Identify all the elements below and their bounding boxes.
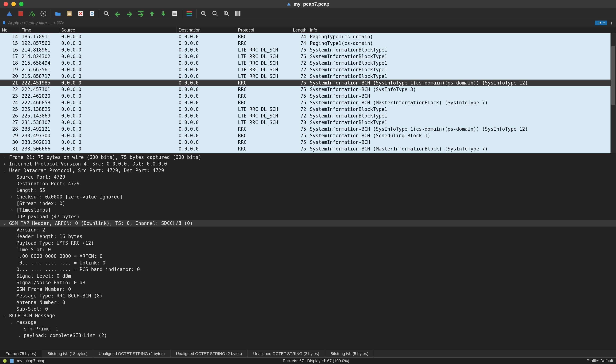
detail-line[interactable]: Sub-Slot: 0 (0, 306, 616, 312)
filter-expression-button[interactable]: ▾ (595, 21, 607, 25)
detail-line[interactable]: Destination Port: 4729 (0, 180, 616, 187)
column-header-time[interactable]: Time (20, 27, 59, 33)
detail-line[interactable]: Antenna Number: 0 (0, 299, 616, 306)
reload-file-button[interactable] (88, 10, 96, 17)
filter-bookmark-icon[interactable] (1, 20, 7, 26)
detail-line[interactable]: Signal Level: 0 dBm (0, 273, 616, 279)
go-to-packet-button[interactable] (137, 10, 144, 17)
zoom-out-button[interactable] (211, 10, 219, 17)
packet-row[interactable]: 24222.4668580.0.0.00.0.0.0RRC75SystemInf… (0, 99, 616, 106)
detail-line[interactable]: 0... .... .... .... = PCS band indicator… (0, 266, 616, 273)
packet-list[interactable]: 14185.1789110.0.0.00.0.0.0RRC74PagingTyp… (0, 33, 616, 153)
status-profile[interactable]: Profile: Default (587, 359, 613, 363)
svg-rect-0 (18, 11, 23, 16)
packet-list-scrollbar[interactable] (611, 33, 616, 153)
detail-line[interactable]: GSM Frame Number: 0 (0, 286, 616, 293)
column-header-destination[interactable]: Destination (177, 27, 236, 33)
save-file-button[interactable] (66, 10, 73, 17)
byte-view-tabs: Frame (75 bytes)Bitstring tvb (18 bytes)… (0, 350, 616, 357)
detail-line[interactable]: Version: 2 (0, 227, 616, 233)
go-first-packet-button[interactable] (148, 10, 156, 17)
byte-view-tab[interactable]: Unaligned OCTET STRING (2 bytes) (170, 350, 248, 357)
byte-view-tab[interactable]: Frame (75 bytes) (0, 350, 42, 357)
packet-details[interactable]: › Frame 21: 75 bytes on wire (600 bits),… (0, 153, 616, 350)
packet-row[interactable]: 27231.5381070.0.0.00.0.0.0LTE RRC DL_SCH… (0, 119, 616, 126)
detail-line[interactable]: sfn-Prime: 1 (0, 325, 616, 332)
svg-rect-32 (239, 11, 240, 16)
zoom-in-button[interactable] (200, 10, 208, 17)
packet-row[interactable]: 16214.8189610.0.0.00.0.0.0LTE RRC DL_SCH… (0, 47, 616, 53)
restart-capture-button[interactable] (28, 10, 36, 17)
detail-line[interactable]: ..00 0000 0000 0000 = ARFCN: 0 (0, 253, 616, 260)
colorize-button[interactable] (185, 10, 193, 17)
detail-line[interactable]: › [Timestamps] (0, 207, 616, 213)
detail-line[interactable]: UDP payload (47 bytes) (0, 213, 616, 220)
maximize-window-button[interactable] (19, 2, 24, 6)
svg-rect-17 (187, 11, 192, 12)
packet-row[interactable]: 17214.8243020.0.0.00.0.0.0LTE RRC DL_SCH… (0, 53, 616, 60)
display-filter-input[interactable] (8, 20, 593, 26)
packet-row[interactable]: 25225.1388250.0.0.00.0.0.0LTE RRC DL_SCH… (0, 106, 616, 113)
open-file-button[interactable] (54, 10, 62, 17)
packet-row[interactable]: 21222.4519850.0.0.00.0.0.0RRC75SystemInf… (0, 79, 616, 86)
packet-row[interactable]: 22222.4571010.0.0.00.0.0.0RRC75SystemInf… (0, 86, 616, 93)
packet-row[interactable]: 19215.6635610.0.0.00.0.0.0LTE RRC DL_SCH… (0, 66, 616, 73)
packet-row[interactable]: 18215.6584940.0.0.00.0.0.0LTE RRC DL_SCH… (0, 60, 616, 66)
close-file-button[interactable] (77, 10, 85, 17)
expert-info-icon[interactable] (3, 359, 7, 363)
column-header-info[interactable]: Info (308, 27, 616, 33)
column-header-length[interactable]: Length (291, 27, 308, 33)
capture-options-button[interactable] (39, 10, 47, 17)
detail-line[interactable]: ⌄ GSM TAP Header, ARFCN: 0 (Downlink), T… (0, 220, 616, 227)
packet-row[interactable]: 31233.5066660.0.0.00.0.0.0RRC75SystemInf… (0, 145, 616, 152)
stop-capture-button[interactable] (17, 10, 25, 17)
detail-line[interactable]: › Internet Protocol Version 4, Src: 0.0.… (0, 161, 616, 167)
detail-line[interactable]: .0.. .... .... .... = Uplink: 0 (0, 260, 616, 266)
detail-line[interactable]: Message Type: RRC BCCH-BCH (8) (0, 293, 616, 299)
packet-row[interactable]: 14185.1789110.0.0.00.0.0.0RRC74PagingTyp… (0, 33, 616, 40)
minimize-window-button[interactable] (11, 2, 16, 6)
packet-row[interactable]: 23222.4620200.0.0.00.0.0.0RRC75SystemInf… (0, 93, 616, 99)
packet-row[interactable]: 30233.5020130.0.0.00.0.0.0RRC75SystemInf… (0, 139, 616, 145)
filter-add-button[interactable]: ＋ (609, 20, 615, 26)
packet-row[interactable]: 28233.4921210.0.0.00.0.0.0RRC75SystemInf… (0, 126, 616, 132)
close-window-button[interactable] (4, 2, 8, 6)
capture-file-icon[interactable] (10, 359, 13, 363)
detail-line[interactable]: Time Slot: 0 (0, 246, 616, 253)
zoom-reset-button[interactable]: 1 (223, 10, 230, 17)
column-header-source[interactable]: Source (59, 27, 177, 33)
detail-line[interactable]: ⌄ User Datagram Protocol, Src Port: 4729… (0, 167, 616, 174)
go-last-packet-button[interactable] (159, 10, 167, 17)
packet-row[interactable]: 26225.1438690.0.0.00.0.0.0LTE RRC DL_SCH… (0, 113, 616, 119)
detail-line[interactable]: Signal/Noise Ratio: 0 dB (0, 279, 616, 286)
byte-view-tab[interactable]: Bitstring tvb (18 bytes) (42, 350, 93, 357)
svg-rect-6 (68, 13, 71, 13)
detail-line[interactable]: ⌄ BCCH-BCH-Message (0, 312, 616, 319)
start-capture-button[interactable] (5, 10, 13, 17)
detail-line[interactable]: ⌄ message (0, 319, 616, 325)
detail-line[interactable]: Payload Type: UMTS RRC (12) (0, 240, 616, 246)
detail-line[interactable]: Header Length: 16 bytes (0, 233, 616, 240)
svg-line-28 (227, 14, 229, 16)
detail-line[interactable]: Length: 55 (0, 187, 616, 194)
detail-line[interactable]: ⌄ payload: completeSIB-List (2) (0, 332, 616, 339)
column-header-protocol[interactable]: Protocol (236, 27, 291, 33)
auto-scroll-button[interactable] (171, 10, 179, 17)
window-title: my_pcap7.pcap (293, 1, 329, 7)
byte-view-tab[interactable]: Unaligned OCTET STRING (2 bytes) (248, 350, 325, 357)
status-file: my_pcap7.pcap (17, 359, 45, 363)
byte-view-tab[interactable]: Unaligned OCTET STRING (2 bytes) (93, 350, 170, 357)
resize-columns-button[interactable] (234, 10, 242, 17)
byte-view-tab[interactable]: Bitstring tvb (5 bytes) (325, 350, 374, 357)
detail-line[interactable]: Source Port: 4729 (0, 174, 616, 180)
detail-line[interactable]: › Checksum: 0x0000 [zero-value ignored] (0, 194, 616, 200)
find-packet-button[interactable] (103, 10, 110, 17)
go-back-button[interactable] (114, 10, 122, 17)
column-header-no[interactable]: No. (0, 27, 20, 33)
packet-row[interactable]: 15192.8575600.0.0.00.0.0.0RRC74PagingTyp… (0, 40, 616, 47)
go-forward-button[interactable] (125, 10, 133, 17)
packet-row[interactable]: 20215.8587170.0.0.00.0.0.0LTE RRC DL_SCH… (0, 73, 616, 79)
detail-line[interactable]: › Frame 21: 75 bytes on wire (600 bits),… (0, 154, 616, 161)
packet-row[interactable]: 29233.4973000.0.0.00.0.0.0RRC75SystemInf… (0, 132, 616, 139)
detail-line[interactable]: [Stream index: 0] (0, 200, 616, 207)
